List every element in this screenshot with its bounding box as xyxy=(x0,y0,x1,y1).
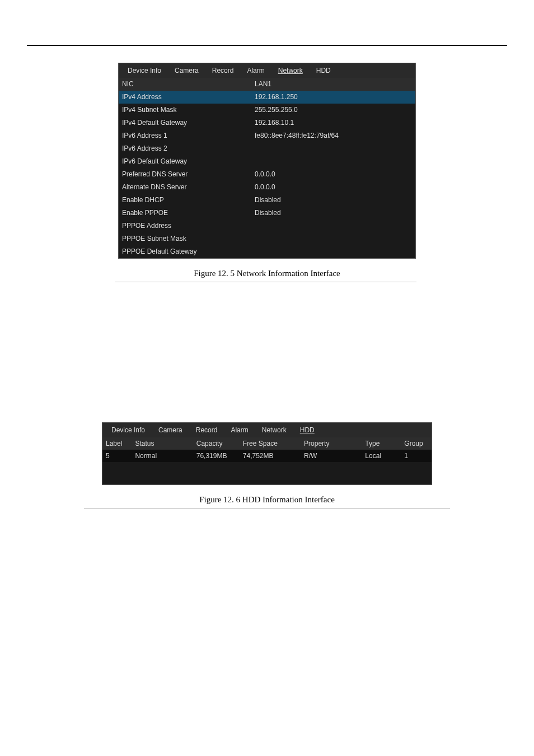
network-row-key: IPv6 Address 2 xyxy=(119,142,251,155)
figure-12-6-caption: Figure 12. 6 HDD Information Interface xyxy=(0,495,534,505)
network-kv-list: NICLAN1IPv4 Address192.168.1.250IPv4 Sub… xyxy=(119,78,415,258)
hdd-cell-status: Normal xyxy=(132,450,193,462)
hdd-table: Label Status Capacity Free Space Propert… xyxy=(102,437,432,484)
network-row[interactable]: Enable DHCPDisabled xyxy=(119,194,415,207)
hdd-header-row: Label Status Capacity Free Space Propert… xyxy=(102,437,432,450)
network-row-key: Enable PPPOE xyxy=(119,207,251,220)
tab-device-info[interactable]: Device Info xyxy=(121,63,168,78)
network-row-key: PPPOE Subnet Mask xyxy=(119,232,251,245)
hdd-info-panel: Device Info Camera Record Alarm Network … xyxy=(102,422,432,485)
section-divider xyxy=(84,508,450,508)
figure-12-5-caption: Figure 12. 5 Network Information Interfa… xyxy=(0,269,534,278)
network-row-key: PPPOE Default Gateway xyxy=(119,245,251,258)
network-row-value: Disabled xyxy=(251,194,415,207)
network-row[interactable]: Enable PPPOEDisabled xyxy=(119,207,415,220)
section-divider xyxy=(115,282,416,282)
network-row-value: 192.168.10.1 xyxy=(251,116,415,129)
network-row-value: LAN1 xyxy=(251,78,415,91)
hdd-header-status: Status xyxy=(132,437,193,450)
network-row-value: 192.168.1.250 xyxy=(251,91,415,104)
network-row-key: IPv6 Address 1 xyxy=(119,129,251,142)
tab-record[interactable]: Record xyxy=(189,423,224,437)
network-row-value: 0.0.0.0 xyxy=(251,181,415,194)
network-row[interactable]: PPPOE Subnet Mask xyxy=(119,232,415,245)
network-row-key: Alternate DNS Server xyxy=(119,181,251,194)
hdd-cell-capacity: 76,319MB xyxy=(193,450,240,462)
network-row-value xyxy=(251,142,415,155)
tab-network[interactable]: Network xyxy=(271,63,310,78)
network-row-value xyxy=(251,232,415,245)
network-row-value: fe80::8ee7:48ff:fe12:79af/64 xyxy=(251,129,415,142)
network-row-value: 255.255.255.0 xyxy=(251,104,415,116)
hdd-data-row[interactable]: 5 Normal 76,319MB 74,752MB R/W Local 1 xyxy=(102,450,432,462)
network-row-key: Preferred DNS Server xyxy=(119,168,251,181)
page-top-divider xyxy=(27,45,507,46)
network-row[interactable]: IPv4 Default Gateway192.168.10.1 xyxy=(119,116,415,129)
hdd-header-group: Group xyxy=(401,437,432,450)
network-row-value: Disabled xyxy=(251,207,415,220)
hdd-spacer-row xyxy=(102,462,432,484)
hdd-header-label: Label xyxy=(102,437,132,450)
network-row-value: 0.0.0.0 xyxy=(251,168,415,181)
tab-hdd[interactable]: HDD xyxy=(310,63,338,78)
tabbar-network: Device Info Camera Record Alarm Network … xyxy=(119,63,415,78)
network-row-value xyxy=(251,155,415,168)
network-row-key: IPv4 Address xyxy=(119,91,251,104)
network-row[interactable]: IPv6 Default Gateway xyxy=(119,155,415,168)
tab-network[interactable]: Network xyxy=(255,423,293,437)
network-row-key: IPv4 Default Gateway xyxy=(119,116,251,129)
network-row-key: Enable DHCP xyxy=(119,194,251,207)
hdd-header-type: Type xyxy=(362,437,401,450)
hdd-cell-type: Local xyxy=(362,450,401,462)
network-row[interactable]: IPv6 Address 1fe80::8ee7:48ff:fe12:79af/… xyxy=(119,129,415,142)
hdd-header-property: Property xyxy=(301,437,362,450)
network-row[interactable]: IPv4 Subnet Mask255.255.255.0 xyxy=(119,104,415,116)
tab-camera[interactable]: Camera xyxy=(168,63,205,78)
network-row[interactable]: PPPOE Default Gateway xyxy=(119,245,415,258)
network-row-key: NIC xyxy=(119,78,251,91)
network-row-key: IPv6 Default Gateway xyxy=(119,155,251,168)
network-row[interactable]: Alternate DNS Server0.0.0.0 xyxy=(119,181,415,194)
tab-hdd[interactable]: HDD xyxy=(293,423,321,437)
hdd-cell-group: 1 xyxy=(401,450,432,462)
tab-camera[interactable]: Camera xyxy=(152,423,189,437)
tab-record[interactable]: Record xyxy=(205,63,241,78)
tab-device-info[interactable]: Device Info xyxy=(105,423,152,437)
network-row[interactable]: NICLAN1 xyxy=(119,78,415,91)
tab-alarm[interactable]: Alarm xyxy=(240,63,271,78)
network-row[interactable]: IPv6 Address 2 xyxy=(119,142,415,155)
network-row-key: IPv4 Subnet Mask xyxy=(119,104,251,116)
network-row[interactable]: Preferred DNS Server0.0.0.0 xyxy=(119,168,415,181)
tabbar-hdd: Device Info Camera Record Alarm Network … xyxy=(102,423,432,437)
tab-alarm[interactable]: Alarm xyxy=(224,423,255,437)
hdd-cell-free-space: 74,752MB xyxy=(240,450,301,462)
hdd-cell-label: 5 xyxy=(102,450,132,462)
network-row-value xyxy=(251,245,415,258)
hdd-header-capacity: Capacity xyxy=(193,437,240,450)
network-row[interactable]: IPv4 Address192.168.1.250 xyxy=(119,91,415,104)
hdd-header-free-space: Free Space xyxy=(240,437,301,450)
network-row-key: PPPOE Address xyxy=(119,220,251,232)
network-info-panel: Device Info Camera Record Alarm Network … xyxy=(118,63,416,259)
hdd-cell-property: R/W xyxy=(301,450,362,462)
network-row[interactable]: PPPOE Address xyxy=(119,220,415,232)
network-row-value xyxy=(251,220,415,232)
